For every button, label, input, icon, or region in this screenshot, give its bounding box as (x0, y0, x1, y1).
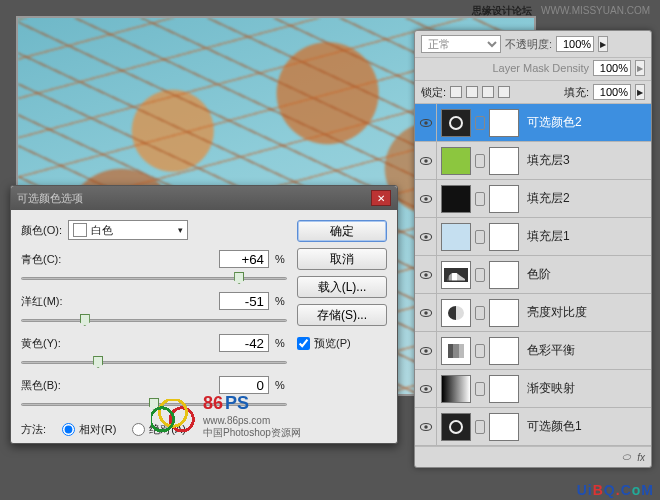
blend-mode-select[interactable]: 正常 (421, 35, 501, 53)
magenta-input[interactable] (219, 292, 269, 310)
fx-icon[interactable]: fx (637, 452, 645, 463)
svg-point-5 (424, 197, 428, 201)
density-flyout[interactable]: ▶ (635, 60, 645, 76)
svg-point-17 (424, 425, 428, 429)
fill-input[interactable] (593, 84, 631, 100)
adjustment-thumb[interactable] (441, 337, 471, 365)
dialog-titlebar[interactable]: 可选颜色选项 ✕ (11, 186, 397, 210)
svg-point-9 (424, 273, 428, 277)
visibility-toggle[interactable] (415, 256, 437, 293)
relative-radio[interactable]: 相对(R) (62, 422, 116, 437)
yellow-input[interactable] (219, 334, 269, 352)
mask-thumb[interactable] (489, 261, 519, 289)
cyan-slider-group: 青色(C): % (21, 250, 287, 286)
opacity-input[interactable] (556, 36, 594, 52)
load-button[interactable]: 载入(L)... (297, 276, 387, 298)
save-button[interactable]: 存储(S)... (297, 304, 387, 326)
visibility-toggle[interactable] (415, 142, 437, 179)
layer-row-fill-1[interactable]: 填充层1 (415, 218, 651, 256)
mask-thumb[interactable] (489, 337, 519, 365)
adjustment-thumb[interactable] (441, 261, 471, 289)
black-label: 黑色(B): (21, 378, 61, 393)
layer-name: 渐变映射 (523, 380, 575, 397)
close-button[interactable]: ✕ (371, 190, 391, 206)
mask-link-icon[interactable] (475, 230, 485, 244)
mask-link-icon[interactable] (475, 306, 485, 320)
mask-thumb[interactable] (489, 185, 519, 213)
layers-blend-row: 正常 不透明度: ▶ (415, 31, 651, 58)
svg-point-1 (424, 121, 428, 125)
svg-point-15 (424, 387, 428, 391)
lock-all-icon[interactable] (498, 86, 510, 98)
lock-transparent-icon[interactable] (450, 86, 462, 98)
visibility-toggle[interactable] (415, 104, 437, 141)
lock-move-icon[interactable] (482, 86, 494, 98)
fill-flyout[interactable]: ▶ (635, 84, 645, 100)
mask-thumb[interactable] (489, 413, 519, 441)
percent-label: % (273, 253, 287, 265)
layer-row-gradient-map[interactable]: 渐变映射 (415, 370, 651, 408)
cyan-slider[interactable] (21, 270, 287, 286)
mask-thumb[interactable] (489, 223, 519, 251)
magenta-slider[interactable] (21, 312, 287, 328)
mask-link-icon[interactable] (475, 344, 485, 358)
ok-button[interactable]: 确定 (297, 220, 387, 242)
density-input[interactable] (593, 60, 631, 76)
layers-panel-footer: ⬭ fx (415, 446, 651, 467)
fill-thumb[interactable] (441, 185, 471, 213)
forum-name: 思缘设计论坛 (472, 5, 532, 16)
visibility-toggle[interactable] (415, 218, 437, 255)
adjustment-thumb[interactable] (441, 109, 471, 137)
visibility-toggle[interactable] (415, 408, 437, 445)
density-label: Layer Mask Density (492, 62, 589, 74)
mask-link-icon[interactable] (475, 154, 485, 168)
adjustment-thumb[interactable] (441, 413, 471, 441)
opacity-flyout[interactable]: ▶ (598, 36, 608, 52)
mask-link-icon[interactable] (475, 382, 485, 396)
layer-name: 色阶 (523, 266, 551, 283)
layer-row-fill-3[interactable]: 填充层3 (415, 142, 651, 180)
layers-list: 可选颜色2 填充层3 填充层2 (415, 104, 651, 446)
yellow-slider[interactable] (21, 354, 287, 370)
cancel-button[interactable]: 取消 (297, 248, 387, 270)
visibility-toggle[interactable] (415, 370, 437, 407)
svg-point-7 (424, 235, 428, 239)
svg-point-3 (424, 159, 428, 163)
mask-link-icon[interactable] (475, 420, 485, 434)
visibility-toggle[interactable] (415, 332, 437, 369)
color-balance-icon (448, 344, 464, 358)
mask-link-icon[interactable] (475, 192, 485, 206)
svg-point-13 (424, 349, 428, 353)
layer-row-levels[interactable]: 色阶 (415, 256, 651, 294)
dialog-title: 可选颜色选项 (17, 191, 83, 206)
visibility-toggle[interactable] (415, 294, 437, 331)
mask-thumb[interactable] (489, 147, 519, 175)
fill-thumb[interactable] (441, 147, 471, 175)
mask-thumb[interactable] (489, 299, 519, 327)
layer-row-brightness-contrast[interactable]: 亮度对比度 (415, 294, 651, 332)
layer-row-selective-color-1[interactable]: 可选颜色1 (415, 408, 651, 446)
mask-link-icon[interactable] (475, 268, 485, 282)
layers-panel: 正常 不透明度: ▶ Layer Mask Density ▶ 锁定: 填充: … (414, 30, 652, 468)
preview-checkbox[interactable]: 预览(P) (297, 336, 387, 351)
adjustment-thumb[interactable] (441, 375, 471, 403)
lock-label: 锁定: (421, 85, 446, 100)
fill-thumb[interactable] (441, 223, 471, 251)
mask-link-icon[interactable] (475, 116, 485, 130)
svg-point-11 (424, 311, 428, 315)
layer-name: 色彩平衡 (523, 342, 575, 359)
link-layers-icon[interactable]: ⬭ (622, 451, 631, 463)
forum-url: WWW.MISSYUAN.COM (541, 5, 650, 16)
lock-brush-icon[interactable] (466, 86, 478, 98)
brightness-contrast-icon (448, 306, 464, 320)
layer-row-color-balance[interactable]: 色彩平衡 (415, 332, 651, 370)
mask-thumb[interactable] (489, 375, 519, 403)
cyan-input[interactable] (219, 250, 269, 268)
adjustment-thumb[interactable] (441, 299, 471, 327)
mask-thumb[interactable] (489, 109, 519, 137)
color-dropdown[interactable]: 白色 ▾ (68, 220, 188, 240)
black-input[interactable] (219, 376, 269, 394)
layer-row-fill-2[interactable]: 填充层2 (415, 180, 651, 218)
visibility-toggle[interactable] (415, 180, 437, 217)
layer-row-selective-color-2[interactable]: 可选颜色2 (415, 104, 651, 142)
